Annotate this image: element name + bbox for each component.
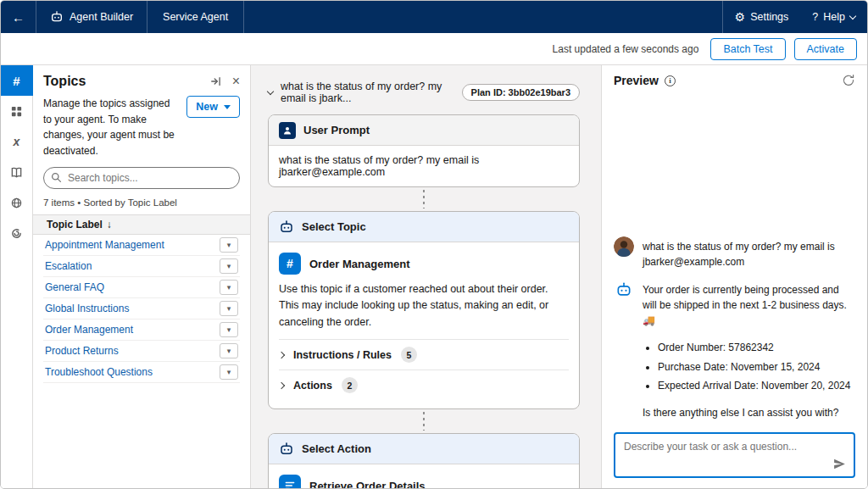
panel-title: Topics	[43, 74, 86, 89]
preview-title: Preview	[614, 74, 659, 87]
rail-item-components[interactable]	[1, 96, 33, 126]
chevron-right-icon	[278, 381, 285, 388]
chat-message-user: what is the status of my order? my email…	[614, 236, 855, 270]
agent-bot-icon	[614, 280, 634, 300]
back-arrow-icon: ←	[12, 10, 25, 25]
variable-icon: x	[14, 135, 20, 148]
topic-link[interactable]: Order Management	[45, 324, 133, 336]
chevron-down-icon: ▾	[227, 262, 231, 270]
select-topic-card-body: # Order Management Use this topic if a c…	[269, 242, 579, 408]
row-actions-dropdown[interactable]: ▾	[220, 280, 238, 295]
help-menu[interactable]: ? Help	[800, 1, 867, 33]
connector-line	[423, 190, 425, 208]
chat-message-agent: Your order is currently being processed …	[614, 280, 855, 328]
plan-id-badge: Plan ID: 3bb02e19bar3	[462, 84, 580, 101]
user-prompt-card: User Prompt what is the status of my ord…	[268, 114, 580, 187]
topic-link[interactable]: Product Returns	[45, 345, 119, 357]
chevron-down-icon: ▾	[227, 283, 231, 292]
table-row: General FAQ ▾	[43, 277, 240, 298]
chevron-down-icon: ▾	[227, 347, 231, 355]
action-icon	[279, 475, 301, 488]
chevron-down-icon	[849, 12, 856, 19]
plan-title: what is the status of my order? my email…	[281, 81, 454, 104]
action-toolbar: Last updated a few seconds ago Batch Tes…	[1, 33, 867, 65]
connector-line	[423, 412, 425, 431]
rail-item-connections[interactable]	[1, 187, 33, 218]
table-row: Global Instructions ▾	[43, 298, 240, 320]
plan-canvas: what is the status of my order? my email…	[251, 65, 601, 488]
row-actions-dropdown[interactable]: ▾	[220, 364, 238, 380]
search-input[interactable]	[43, 167, 240, 189]
back-button[interactable]: ←	[1, 1, 36, 33]
sort-desc-icon: ↓	[107, 219, 112, 231]
chevron-down-icon: ▾	[227, 241, 231, 249]
count-badge: 2	[342, 377, 358, 393]
book-icon	[10, 166, 23, 179]
rail-item-knowledge[interactable]	[1, 157, 33, 187]
settings-label: Settings	[750, 11, 788, 23]
user-avatar	[614, 236, 634, 257]
activate-button[interactable]: Activate	[794, 38, 857, 60]
table-row: Appointment Management ▾	[43, 235, 240, 256]
row-actions-dropdown[interactable]: ▾	[220, 343, 238, 358]
globe-icon	[10, 197, 23, 209]
close-panel-icon[interactable]: ×	[232, 75, 240, 88]
instructions-expander[interactable]: Instructions / Rules 5	[279, 339, 569, 370]
table-row: Troubleshoot Questions ▾	[43, 362, 240, 383]
settings-button[interactable]: ⚙ Settings	[722, 1, 801, 33]
app-title-area: Agent Builder	[36, 1, 147, 33]
topic-description: Use this topic if a customer reached out…	[279, 281, 569, 339]
swirl-icon	[10, 227, 23, 240]
search-icon	[51, 172, 62, 183]
count-badge: 5	[401, 347, 417, 363]
topic-link[interactable]: Troubleshoot Questions	[45, 366, 153, 378]
chat-input-box	[614, 432, 855, 478]
chat-input[interactable]	[615, 434, 854, 476]
row-actions-dropdown[interactable]: ▾	[220, 322, 238, 337]
gear-icon: ⚙	[735, 11, 746, 23]
row-actions-dropdown[interactable]: ▾	[220, 258, 238, 274]
topic-link[interactable]: Appointment Management	[45, 239, 164, 251]
hash-icon: #	[279, 253, 301, 275]
topic-link[interactable]: Escalation	[45, 260, 92, 272]
navbar-right: ⚙ Settings ? Help	[722, 1, 867, 33]
send-icon[interactable]	[832, 457, 847, 471]
rail-item-variables[interactable]: x	[1, 126, 33, 157]
agent-bot-icon	[279, 442, 294, 457]
selected-action-row[interactable]: Retrieve Order Details	[279, 473, 569, 488]
table-row: Escalation ▾	[43, 256, 240, 277]
column-header-label: Topic Label	[47, 219, 103, 231]
select-topic-card: Select Topic # Order Management Use this…	[268, 211, 580, 409]
action-name: Retrieve Order Details	[309, 480, 426, 488]
actions-expander[interactable]: Actions 2	[279, 370, 569, 400]
chevron-down-icon: ▾	[227, 325, 231, 334]
row-actions-dropdown[interactable]: ▾	[220, 301, 238, 316]
topic-name: Order Management	[309, 258, 409, 270]
tab-service-agent[interactable]: Service Agent	[147, 1, 244, 33]
card-title: User Prompt	[303, 124, 370, 136]
list-item: Order Number: 57862342	[658, 338, 855, 357]
message-text: Your order is currently being processed …	[643, 280, 855, 328]
chat-transcript: what is the status of my order? my email…	[614, 236, 855, 478]
new-button-label: New	[196, 101, 218, 113]
rail-item-voice[interactable]	[1, 218, 33, 248]
refresh-conversation-icon[interactable]	[842, 74, 855, 87]
topics-table-header[interactable]: Topic Label ↓	[33, 214, 250, 235]
topic-link[interactable]: General FAQ	[45, 281, 104, 293]
collapse-plan-icon[interactable]	[268, 92, 273, 94]
rail-item-topics[interactable]: #	[1, 65, 33, 96]
info-icon[interactable]: i	[665, 75, 676, 86]
row-actions-dropdown[interactable]: ▾	[220, 237, 238, 253]
card-title: Select Topic	[302, 220, 366, 233]
message-text: what is the status of my order? my email…	[643, 236, 855, 270]
selected-topic-row[interactable]: # Order Management	[279, 251, 569, 281]
chevron-right-icon	[278, 351, 285, 358]
main-area: # x Topics	[1, 65, 867, 488]
topic-link[interactable]: Global Instructions	[45, 303, 129, 314]
list-item: Purchase Date: November 15, 2024	[658, 358, 855, 376]
table-row: Product Returns ▾	[43, 341, 240, 362]
batch-test-button[interactable]: Batch Test	[710, 38, 785, 60]
new-topic-button[interactable]: New	[186, 96, 240, 118]
agent-bot-icon	[279, 219, 294, 235]
pin-panel-icon[interactable]	[210, 75, 222, 87]
